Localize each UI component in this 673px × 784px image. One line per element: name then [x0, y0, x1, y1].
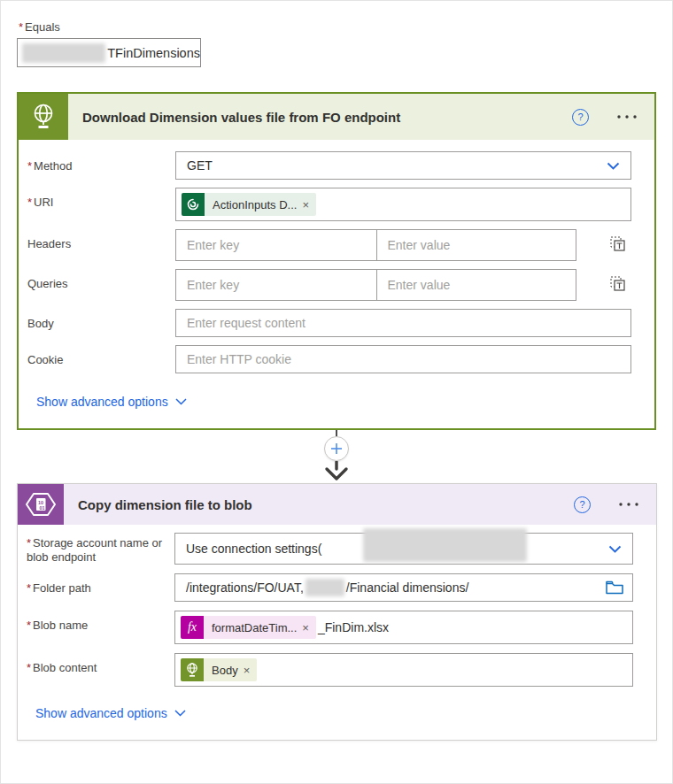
http-card-title: Download Dimension values file from FO e… [82, 110, 572, 125]
token-label: ActionInputs D... [205, 198, 302, 211]
equals-value-input[interactable]: TFinDimensions [17, 38, 201, 67]
ellipsis-menu-button[interactable] [617, 502, 640, 507]
chevron-down-icon [607, 162, 630, 170]
ellipsis-icon [615, 114, 638, 119]
arrow-down-icon [323, 461, 350, 481]
browse-folder-button[interactable] [606, 580, 623, 595]
switch-to-text-mode-button[interactable] [609, 235, 626, 256]
method-label: *Method [27, 151, 175, 173]
folder-path-input[interactable]: /integrations/FO/UAT, /Financial dimensi… [174, 573, 633, 602]
cookie-input-box [175, 345, 631, 373]
equals-field-label: *Equals [19, 20, 60, 35]
queries-value-input[interactable] [377, 278, 576, 292]
uri-input[interactable]: ActionInputs D... × [175, 188, 631, 221]
storage-account-value: Use connection settings( [175, 542, 321, 556]
headers-row: Headers [27, 229, 631, 261]
headers-key-input[interactable] [176, 238, 376, 252]
plus-icon [330, 442, 343, 455]
ellipsis-menu-button[interactable] [615, 114, 638, 119]
method-row: *Method GET [27, 151, 631, 180]
token-label: Body [204, 664, 244, 677]
azure-blob-storage-icon: 10 01 [18, 484, 64, 525]
blob-name-input[interactable]: fx formatDateTim... × _FinDim.xlsx [174, 611, 633, 644]
body-row: Body [27, 309, 631, 337]
expression-token[interactable]: fx formatDateTim... × [181, 616, 316, 639]
cookie-label: Cookie [27, 345, 175, 367]
svg-text:01: 01 [40, 505, 45, 511]
http-body-token[interactable]: Body × [181, 658, 257, 681]
method-value: GET [176, 158, 213, 173]
chevron-down-icon [175, 398, 187, 405]
switch-to-text-mode-button[interactable] [609, 275, 626, 296]
token-close-icon[interactable]: × [244, 664, 258, 677]
http-globe-icon [19, 94, 68, 140]
http-globe-icon [181, 658, 204, 681]
body-input[interactable] [176, 316, 630, 330]
cookie-row: Cookie [27, 345, 631, 373]
show-advanced-options-link[interactable]: Show advanced options [36, 395, 187, 409]
equals-value-text: TFinDimensions [107, 46, 200, 60]
body-label: Body [27, 309, 175, 331]
folder-path-prefix: /integrations/FO/UAT, [186, 580, 304, 595]
headers-value-input[interactable] [377, 238, 576, 252]
storage-account-row: *Storage account name or blob endpoint U… [27, 533, 633, 565]
queries-key-input[interactable] [176, 278, 376, 292]
headers-key-input-box [175, 229, 376, 261]
uri-row: *URI ActionInputs D... × [27, 188, 631, 221]
blob-card-title: Copy dimension file to blob [78, 497, 574, 512]
queries-value-input-box [376, 269, 577, 301]
chevron-down-icon [174, 710, 186, 717]
help-button[interactable]: ? [574, 496, 591, 513]
flow-designer-canvas: *Equals TFinDimensions Download Dimensio… [0, 0, 673, 784]
blob-name-row: *Blob name fx formatDateTim... × _FinDim… [27, 611, 633, 644]
folder-icon [606, 580, 623, 595]
blob-name-static-text: _FinDim.xlsx [318, 620, 389, 634]
folder-path-row: *Folder path /integrations/FO/UAT, /Fina… [27, 573, 633, 602]
show-advanced-options-link[interactable]: Show advanced options [35, 706, 186, 720]
blob-action-card: 10 01 Copy dimension file to blob ? *Sto… [17, 483, 657, 741]
token-close-icon[interactable]: × [302, 621, 316, 634]
expression-fx-icon: fx [181, 616, 204, 639]
step-connector [17, 430, 656, 481]
folder-path-suffix: /Financial dimensions/ [346, 580, 469, 595]
uri-dynamic-token[interactable]: ActionInputs D... × [182, 193, 316, 216]
method-dropdown[interactable]: GET [175, 151, 631, 180]
redacted-text [22, 43, 105, 63]
http-card-header[interactable]: Download Dimension values file from FO e… [19, 94, 654, 140]
redacted-text [363, 528, 527, 562]
blob-content-label: *Blob content [27, 653, 174, 675]
headers-value-input-box [376, 229, 577, 261]
token-close-icon[interactable]: × [302, 198, 316, 211]
required-marker: * [19, 20, 23, 34]
help-button[interactable]: ? [572, 109, 589, 126]
storage-account-label: *Storage account name or blob endpoint [27, 533, 174, 565]
queries-row: Queries [27, 269, 631, 301]
blob-name-label: *Blob name [27, 611, 174, 633]
insert-step-button[interactable] [324, 436, 349, 461]
http-action-card: Download Dimension values file from FO e… [17, 92, 656, 430]
queries-label: Queries [27, 269, 175, 291]
compose-output-icon [182, 193, 205, 216]
queries-key-input-box [175, 269, 376, 301]
connector-line [336, 430, 337, 436]
blob-card-header[interactable]: 10 01 Copy dimension file to blob ? [18, 484, 656, 525]
token-label: formatDateTim... [204, 621, 302, 634]
folder-path-label: *Folder path [27, 573, 174, 596]
storage-account-dropdown[interactable]: Use connection settings( [174, 533, 633, 565]
uri-label: *URI [27, 188, 175, 210]
ellipsis-icon [617, 502, 640, 507]
chevron-down-icon [608, 545, 632, 553]
body-input-box [175, 309, 631, 337]
cookie-input[interactable] [176, 352, 630, 366]
blob-content-row: *Blob content Body [27, 653, 633, 687]
blob-content-input[interactable]: Body × [174, 653, 633, 687]
headers-label: Headers [27, 229, 175, 251]
redacted-text [306, 579, 344, 596]
